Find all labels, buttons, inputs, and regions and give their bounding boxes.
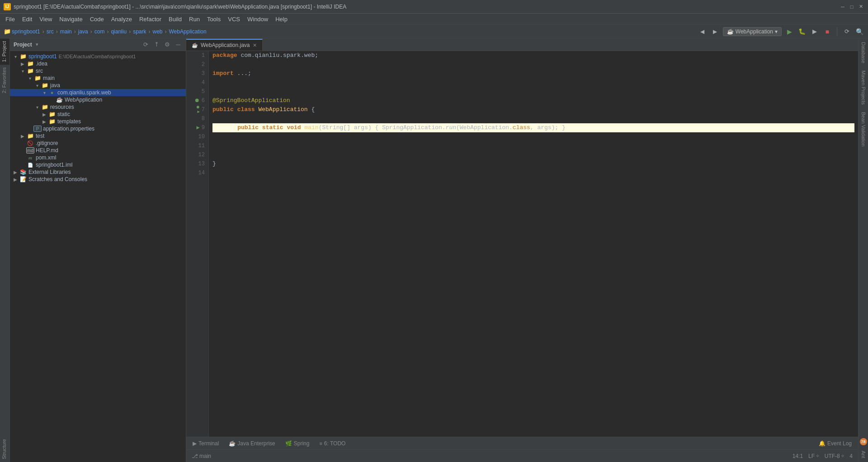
menu-refactor[interactable]: Refactor [136,15,165,23]
content-area: 1: Project 2: Favorites Structure Projec… [0,38,868,462]
status-encoding[interactable]: UTF-8 ÷ [823,453,846,459]
menu-tools[interactable]: Tools [203,15,224,23]
minimize-panel-button[interactable]: ─ [174,41,182,49]
toolbar-nav-back[interactable]: ◀ [698,27,708,37]
tree-item-scratches[interactable]: ▶ 📝 Scratches and Consoles [10,176,186,183]
todo-icon: ≡ [319,441,322,446]
menu-code[interactable]: Code [86,15,108,23]
bottom-tab-terminal[interactable]: ▶ Terminal [188,438,223,449]
code-content[interactable]: package com.qianliu.spark.web; import ..… [209,51,858,437]
tree-item-gitignore[interactable]: ▶ 🚫 .gitignore [10,140,186,147]
tree-item-package[interactable]: ▾ ● com.qianliu.spark.web [10,89,186,96]
code-line-3: import ...; [212,69,854,78]
vcs-icon: ⎇ [192,453,198,459]
tree-item-help-md[interactable]: ▶ md HELP.md [10,147,186,154]
right-tab-bean-validation[interactable]: Bean Validation [859,108,868,150]
menu-vcs[interactable]: VCS [224,15,244,23]
event-log-tab[interactable]: 🔔 Event Log [814,438,856,449]
tree-item-main[interactable]: ▾ 📁 main [10,75,186,82]
refresh-panel-button[interactable]: ⟳ [142,41,150,49]
menu-edit[interactable]: Edit [19,15,36,23]
stop-button[interactable]: ■ [822,27,832,37]
run-config-label: WebApplication [736,28,773,35]
run-config-selector[interactable]: ☕ WebApplication ▾ [723,27,782,36]
collapse-all-button[interactable]: ⤒ [152,41,160,49]
tree-label-springboot1-path: E:\IDEA\actualCombat\springboot1 [59,54,136,59]
tree-item-external-libraries[interactable]: ▶ 📚 External Libraries [10,168,186,176]
right-tab-database[interactable]: Database [859,38,868,67]
editor-tab-webapplication[interactable]: ☕ WebApplication.java ✕ [186,39,263,51]
run-gutter-group-7[interactable]: ⏺ ▶ [196,105,200,114]
menu-help[interactable]: Help [272,15,291,23]
status-indent[interactable]: 4 [848,453,854,459]
header-settings-btn[interactable]: ▾ [36,42,38,47]
tree-item-webapplication[interactable]: ▶ ☕ WebApplication [10,96,186,103]
tree-label-external-libraries: External Libraries [28,169,71,175]
bottom-tab-java-enterprise[interactable]: ☕ Java Enterprise [224,438,279,449]
tree-item-pom-xml[interactable]: ▶ 𝑚 pom.xml [10,154,186,161]
notification-area: 78 [859,436,868,447]
tree-item-resources[interactable]: ▾ 📁 resources [10,103,186,111]
breadcrumb-qianliu[interactable]: qianliu [111,28,127,35]
run-line-9-button[interactable]: ▶ [197,123,200,132]
search-everywhere-button[interactable]: 🔍 [854,27,864,37]
left-tab-structure[interactable]: Structure [0,436,9,462]
gear-button[interactable]: ⚙ [163,41,171,49]
run-button[interactable]: ▶ [784,27,794,37]
menu-build[interactable]: Build [165,15,185,23]
minimize-button[interactable]: ─ [839,3,846,10]
status-bar: ⎇ main 14:1 LF ÷ UTF-8 ÷ [186,449,858,462]
menu-view[interactable]: View [36,15,56,23]
code-line-4 [212,78,854,87]
tree-item-src[interactable]: ▾ 📁 src [10,67,186,75]
gutter-line-8: 8 [190,114,205,123]
tree-item-springboot1[interactable]: ▾ 📁 springboot1 E:\IDEA\actualCombat\spr… [10,53,186,60]
run-line-6-button[interactable]: ⏺ [194,96,200,105]
toolbar-nav-fwd[interactable]: ▶ [710,27,720,37]
menu-analyze[interactable]: Analyze [108,15,136,23]
status-lf[interactable]: LF ÷ [807,453,821,459]
left-tab-favorites[interactable]: 2: Favorites [0,65,9,96]
right-tab-maven[interactable]: Maven Projects [859,67,868,108]
tree-item-idea[interactable]: ▶ 📁 .idea [10,60,186,67]
breadcrumb-spark[interactable]: spark [133,28,146,35]
breadcrumb-springboot1[interactable]: 📁 springboot1 [4,28,40,35]
menu-window[interactable]: Window [244,15,272,23]
tree-label-static: static [57,111,70,117]
window-title: springboot1 [E:\IDEA\actualCombat\spring… [14,4,346,10]
run-with-coverage-button[interactable]: ▶ [810,27,820,37]
menu-run[interactable]: Run [185,15,203,23]
tree-item-test[interactable]: ▶ 📁 test [10,132,186,140]
left-tab-project[interactable]: 1: Project [0,38,9,65]
update-button[interactable]: ⟳ [842,27,852,37]
status-vcs[interactable]: ⎇ main [190,453,213,459]
breadcrumb-web[interactable]: web [152,28,162,35]
tree-item-java[interactable]: ▾ 📁 java [10,82,186,89]
tree-item-templates[interactable]: ▶ 📁 templates [10,118,186,125]
status-position[interactable]: 14:1 [791,453,805,459]
notification-badge[interactable]: 78 [860,438,867,445]
menu-file[interactable]: File [2,15,19,23]
right-tab-ant[interactable]: Ant [859,447,868,462]
breadcrumb-sep-8: › [165,28,166,35]
tab-close-button[interactable]: ✕ [253,42,257,48]
breadcrumb-sep-4: › [90,28,92,35]
tree-label-src: src [36,68,43,74]
bottom-tab-todo[interactable]: ≡ 6: TODO [315,438,350,449]
lf-suffix: ÷ [816,453,819,459]
close-button[interactable]: ✕ [857,3,864,10]
maximize-button[interactable]: □ [848,3,855,10]
encoding-label: UTF-8 [825,453,840,459]
breadcrumb-java[interactable]: java [78,28,88,35]
breadcrumb-main[interactable]: main [60,28,72,35]
breadcrumb-webapplication[interactable]: WebApplication [169,28,206,35]
menu-navigate[interactable]: Navigate [56,15,86,23]
code-editor[interactable]: 1 2 3 4 5 ⏺ 6 [186,51,858,437]
tree-item-static[interactable]: ▶ 📁 static [10,111,186,118]
bottom-tab-spring[interactable]: 🌿 Spring [281,438,314,449]
tree-item-application-properties[interactable]: ▶ P application.properties [10,125,186,132]
tree-item-springboot1-iml[interactable]: ▶ 📄 springboot1.iml [10,161,186,168]
debug-button[interactable]: 🐛 [797,27,807,37]
breadcrumb-com[interactable]: com [94,28,105,35]
breadcrumb-src[interactable]: src [47,28,54,35]
